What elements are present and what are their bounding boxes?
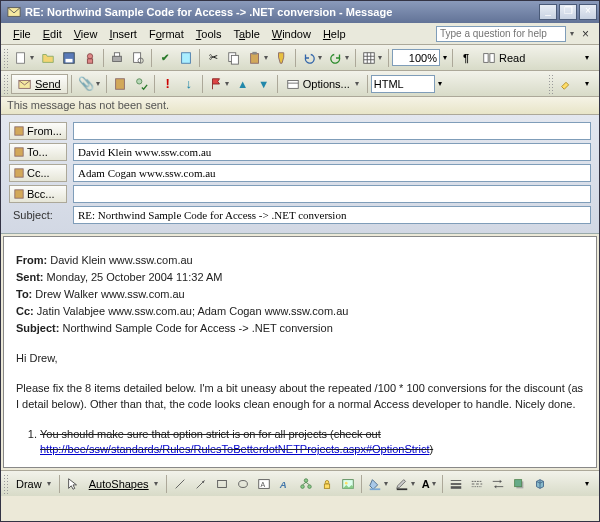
svg-point-38 bbox=[304, 478, 308, 482]
menu-format[interactable]: Format bbox=[143, 26, 190, 42]
toolbar-options-icon[interactable]: ▾ bbox=[577, 48, 597, 68]
line-tool-button[interactable] bbox=[170, 474, 190, 494]
address-book-button[interactable] bbox=[110, 74, 130, 94]
help-dropdown-icon[interactable]: ▾ bbox=[570, 29, 574, 38]
drawing-toolbar: Draw AutoShapes A A A ▾ bbox=[1, 470, 599, 496]
send-button[interactable]: Send bbox=[11, 74, 68, 94]
to-button[interactable]: To... bbox=[9, 143, 67, 161]
to-input[interactable] bbox=[73, 143, 591, 161]
wordart-button[interactable]: A bbox=[275, 474, 295, 494]
textbox-tool-button[interactable]: A bbox=[254, 474, 274, 494]
line-style-button[interactable] bbox=[446, 474, 466, 494]
toolbar-options-icon[interactable]: ▾ bbox=[577, 474, 597, 494]
diagram-button[interactable] bbox=[296, 474, 316, 494]
subject-input[interactable] bbox=[73, 206, 591, 224]
research-button[interactable] bbox=[176, 48, 196, 68]
redo-button[interactable] bbox=[326, 48, 352, 68]
menu-file[interactable]: File bbox=[7, 26, 37, 42]
minimize-button[interactable]: _ bbox=[539, 4, 557, 20]
close-button[interactable]: × bbox=[579, 4, 597, 20]
svg-point-40 bbox=[307, 484, 311, 488]
insert-table-button[interactable] bbox=[359, 48, 385, 68]
from-input[interactable] bbox=[73, 122, 591, 140]
cc-input[interactable] bbox=[73, 164, 591, 182]
dash-style-button[interactable] bbox=[467, 474, 487, 494]
svg-rect-10 bbox=[182, 52, 191, 63]
menu-view[interactable]: View bbox=[68, 26, 104, 42]
message-format-select[interactable] bbox=[371, 75, 435, 93]
zoom-dropdown-icon[interactable]: ▾ bbox=[441, 53, 449, 62]
show-hide-marks-button[interactable]: ¶ bbox=[456, 48, 476, 68]
svg-rect-15 bbox=[364, 52, 375, 63]
clipart-button[interactable] bbox=[317, 474, 337, 494]
svg-rect-12 bbox=[231, 55, 238, 64]
toolbar-grip[interactable] bbox=[548, 74, 553, 94]
spellcheck-button[interactable]: ✔ bbox=[155, 48, 175, 68]
importance-high-button[interactable]: ! bbox=[158, 74, 178, 94]
print-button[interactable] bbox=[107, 48, 127, 68]
svg-rect-47 bbox=[369, 488, 380, 490]
importance-low-button[interactable]: ↓ bbox=[179, 74, 199, 94]
rectangle-tool-button[interactable] bbox=[212, 474, 232, 494]
cc-button[interactable]: Cc... bbox=[9, 164, 67, 182]
next-item-button[interactable]: ▼ bbox=[254, 74, 274, 94]
check-names-button[interactable] bbox=[131, 74, 151, 94]
arrow-style-button[interactable] bbox=[488, 474, 508, 494]
3d-style-button[interactable] bbox=[530, 474, 550, 494]
highlight-button[interactable] bbox=[556, 74, 576, 94]
svg-rect-33 bbox=[217, 480, 226, 487]
bcc-button[interactable]: Bcc... bbox=[9, 185, 67, 203]
format-painter-button[interactable] bbox=[272, 48, 292, 68]
arrow-tool-button[interactable] bbox=[191, 474, 211, 494]
new-button[interactable] bbox=[11, 48, 37, 68]
undo-button[interactable] bbox=[299, 48, 325, 68]
cut-button[interactable]: ✂ bbox=[203, 48, 223, 68]
svg-rect-27 bbox=[15, 127, 23, 135]
previous-item-button[interactable]: ▲ bbox=[233, 74, 253, 94]
message-body[interactable]: From: David Klein www.ssw.com.au Sent: M… bbox=[3, 236, 597, 468]
svg-rect-23 bbox=[115, 78, 124, 89]
svg-line-42 bbox=[306, 482, 310, 485]
toolbar-options-icon[interactable]: ▾ bbox=[577, 74, 597, 94]
oval-tool-button[interactable] bbox=[233, 474, 253, 494]
zoom-input[interactable] bbox=[392, 49, 440, 66]
standard-toolbar: ✔ ✂ ▾ ¶ Read ▾ bbox=[1, 45, 599, 71]
from-button[interactable]: From... bbox=[9, 122, 67, 140]
menu-edit[interactable]: Edit bbox=[37, 26, 68, 42]
attach-button[interactable]: 📎 bbox=[75, 74, 103, 94]
toolbar-grip[interactable] bbox=[3, 474, 8, 494]
svg-line-31 bbox=[175, 479, 184, 488]
print-preview-button[interactable] bbox=[128, 48, 148, 68]
menu-insert[interactable]: Insert bbox=[103, 26, 143, 42]
svg-rect-5 bbox=[87, 58, 92, 62]
format-dropdown-icon[interactable]: ▾ bbox=[436, 79, 444, 88]
copy-button[interactable] bbox=[224, 48, 244, 68]
maximize-button[interactable]: ❐ bbox=[559, 4, 577, 20]
body-link[interactable]: http://bee/ssw/standards/Rules/RulesToBe… bbox=[40, 443, 429, 455]
menu-close-icon[interactable]: × bbox=[578, 27, 593, 41]
insert-picture-button[interactable] bbox=[338, 474, 358, 494]
select-objects-button[interactable] bbox=[63, 474, 83, 494]
help-search-input[interactable] bbox=[436, 26, 566, 42]
toolbar-grip[interactable] bbox=[3, 74, 8, 94]
svg-rect-8 bbox=[134, 52, 141, 62]
read-button[interactable]: Read bbox=[477, 48, 530, 68]
draw-menu-button[interactable]: Draw bbox=[11, 474, 56, 494]
menu-table[interactable]: Table bbox=[227, 26, 265, 42]
shadow-style-button[interactable] bbox=[509, 474, 529, 494]
font-color-button[interactable]: A bbox=[419, 474, 439, 494]
toolbar-grip[interactable] bbox=[3, 48, 8, 68]
menu-tools[interactable]: Tools bbox=[190, 26, 228, 42]
permissions-button[interactable] bbox=[80, 48, 100, 68]
menu-window[interactable]: Window bbox=[266, 26, 317, 42]
save-button[interactable] bbox=[59, 48, 79, 68]
fill-color-button[interactable] bbox=[365, 474, 391, 494]
autoshapes-button[interactable]: AutoShapes bbox=[84, 474, 163, 494]
flag-button[interactable] bbox=[206, 74, 232, 94]
line-color-button[interactable] bbox=[392, 474, 418, 494]
menu-help[interactable]: Help bbox=[317, 26, 352, 42]
options-button[interactable]: Options... bbox=[281, 74, 364, 94]
bcc-input[interactable] bbox=[73, 185, 591, 203]
paste-button[interactable] bbox=[245, 48, 271, 68]
open-button[interactable] bbox=[38, 48, 58, 68]
